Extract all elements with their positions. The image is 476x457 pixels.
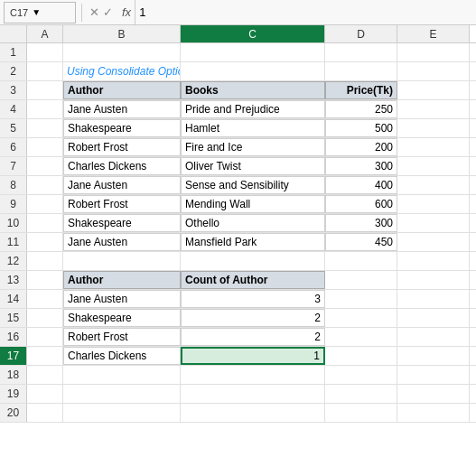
- cell-e20[interactable]: [397, 404, 470, 422]
- cell-a3[interactable]: [27, 81, 63, 99]
- cell-a1[interactable]: [27, 43, 63, 61]
- cell-b18[interactable]: [63, 366, 181, 384]
- cell-d20[interactable]: [325, 404, 397, 422]
- cell-b4[interactable]: Jane Austen: [63, 100, 181, 118]
- cell-b19[interactable]: [63, 385, 181, 403]
- cell-b14[interactable]: Jane Austen: [63, 290, 181, 308]
- cell-e14[interactable]: [397, 290, 470, 308]
- cell-b5[interactable]: Shakespeare: [63, 119, 181, 137]
- cell-a12[interactable]: [27, 252, 63, 270]
- cell-reference-box[interactable]: C17 ▼: [4, 2, 76, 23]
- cell-e7[interactable]: [397, 157, 470, 175]
- cell-d11[interactable]: 450: [325, 233, 397, 251]
- cell-a4[interactable]: [27, 100, 63, 118]
- cell-a8[interactable]: [27, 176, 63, 194]
- cell-b2[interactable]: Using Consolidate Option: [63, 62, 181, 80]
- cell-b13[interactable]: Author: [63, 271, 181, 289]
- cell-c10[interactable]: Othello: [181, 214, 325, 232]
- cell-e18[interactable]: [397, 366, 470, 384]
- cell-c15[interactable]: 2: [181, 309, 325, 327]
- cell-d14[interactable]: [325, 290, 397, 308]
- cell-a16[interactable]: [27, 328, 63, 346]
- cell-d13[interactable]: [325, 271, 397, 289]
- cell-c19[interactable]: [181, 385, 325, 403]
- cell-c1[interactable]: [181, 43, 325, 61]
- col-header-d[interactable]: D: [325, 25, 397, 42]
- cell-c8[interactable]: Sense and Sensibility: [181, 176, 325, 194]
- cell-e11[interactable]: [397, 233, 470, 251]
- cell-d10[interactable]: 300: [325, 214, 397, 232]
- cell-d4[interactable]: 250: [325, 100, 397, 118]
- cell-a19[interactable]: [27, 385, 63, 403]
- cell-a20[interactable]: [27, 404, 63, 422]
- cell-d16[interactable]: [325, 328, 397, 346]
- cancel-icon[interactable]: ✕: [89, 5, 99, 19]
- cell-a5[interactable]: [27, 119, 63, 137]
- cell-e19[interactable]: [397, 385, 470, 403]
- cell-c2[interactable]: [181, 62, 325, 80]
- cell-d7[interactable]: 300: [325, 157, 397, 175]
- cell-e15[interactable]: [397, 309, 470, 327]
- cell-d9[interactable]: 600: [325, 195, 397, 213]
- cell-c18[interactable]: [181, 366, 325, 384]
- cell-c9[interactable]: Mending Wall: [181, 195, 325, 213]
- cell-c14[interactable]: 3: [181, 290, 325, 308]
- cell-d8[interactable]: 400: [325, 176, 397, 194]
- cell-a11[interactable]: [27, 233, 63, 251]
- cell-b11[interactable]: Jane Austen: [63, 233, 181, 251]
- cell-d12[interactable]: [325, 252, 397, 270]
- cell-e13[interactable]: [397, 271, 470, 289]
- cell-d17[interactable]: [325, 347, 397, 365]
- cell-c7[interactable]: Oliver Twist: [181, 157, 325, 175]
- cell-c5[interactable]: Hamlet: [181, 119, 325, 137]
- cell-e6[interactable]: [397, 138, 470, 156]
- cell-c3-header[interactable]: Books: [181, 81, 325, 99]
- cell-c4[interactable]: Pride and Prejudice: [181, 100, 325, 118]
- col-header-a[interactable]: A: [27, 25, 63, 42]
- cell-b9[interactable]: Robert Frost: [63, 195, 181, 213]
- cell-d18[interactable]: [325, 366, 397, 384]
- cell-d5[interactable]: 500: [325, 119, 397, 137]
- cell-b20[interactable]: [63, 404, 181, 422]
- cell-b12[interactable]: [63, 252, 181, 270]
- cell-a17[interactable]: [27, 347, 63, 365]
- cell-e16[interactable]: [397, 328, 470, 346]
- cell-b17[interactable]: Charles Dickens: [63, 347, 181, 365]
- cell-b15[interactable]: Shakespeare: [63, 309, 181, 327]
- cell-e10[interactable]: [397, 214, 470, 232]
- cell-a10[interactable]: [27, 214, 63, 232]
- cell-e3[interactable]: [397, 81, 470, 99]
- cell-d15[interactable]: [325, 309, 397, 327]
- cell-d3-header[interactable]: Price(Tk): [325, 81, 397, 99]
- cell-e5[interactable]: [397, 119, 470, 137]
- cell-c17[interactable]: 1: [181, 347, 325, 365]
- cell-d19[interactable]: [325, 385, 397, 403]
- cell-e4[interactable]: [397, 100, 470, 118]
- cell-a18[interactable]: [27, 366, 63, 384]
- cell-a6[interactable]: [27, 138, 63, 156]
- cell-a15[interactable]: [27, 309, 63, 327]
- cell-e1[interactable]: [397, 43, 470, 61]
- cell-b7[interactable]: Charles Dickens: [63, 157, 181, 175]
- confirm-icon[interactable]: ✓: [103, 5, 113, 19]
- cell-c11[interactable]: Mansfield Park: [181, 233, 325, 251]
- cell-b8[interactable]: Jane Austen: [63, 176, 181, 194]
- cell-a2[interactable]: [27, 62, 63, 80]
- col-header-e[interactable]: E: [397, 25, 470, 42]
- cell-c13[interactable]: Count of Author: [181, 271, 325, 289]
- cell-a7[interactable]: [27, 157, 63, 175]
- cell-a14[interactable]: [27, 290, 63, 308]
- cell-d1[interactable]: [325, 43, 397, 61]
- cell-e2[interactable]: [397, 62, 470, 80]
- cell-b6[interactable]: Robert Frost: [63, 138, 181, 156]
- cell-e12[interactable]: [397, 252, 470, 270]
- cell-b16[interactable]: Robert Frost: [63, 328, 181, 346]
- cell-b3-header[interactable]: Author: [63, 81, 181, 99]
- cell-d2[interactable]: [325, 62, 397, 80]
- col-header-b[interactable]: B: [63, 25, 181, 42]
- cell-e8[interactable]: [397, 176, 470, 194]
- cell-c20[interactable]: [181, 404, 325, 422]
- cell-a9[interactable]: [27, 195, 63, 213]
- cell-d6[interactable]: 200: [325, 138, 397, 156]
- cell-c6[interactable]: Fire and Ice: [181, 138, 325, 156]
